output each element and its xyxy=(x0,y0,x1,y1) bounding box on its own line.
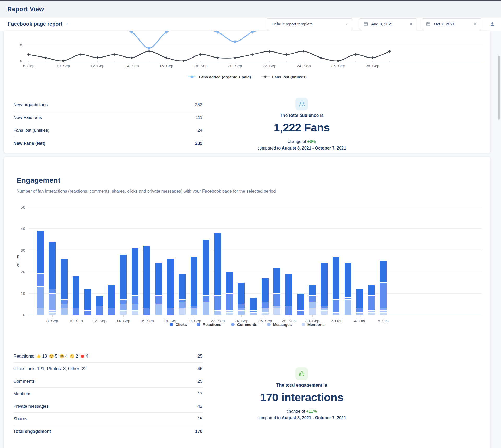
page-title: Report View xyxy=(7,5,44,13)
x-tick xyxy=(360,315,360,317)
section-title: Engagement xyxy=(16,176,490,185)
y-tick-label: 40 xyxy=(21,226,25,231)
segment-clicks xyxy=(273,268,280,294)
template-select[interactable]: Default report template xyxy=(267,18,353,30)
summary-value: 1,222 Fans xyxy=(274,121,330,134)
segment-clicks xyxy=(285,274,292,306)
segment-clicks xyxy=(84,289,91,311)
segment-messages xyxy=(203,302,209,315)
report-name-dropdown[interactable]: Facebook page report xyxy=(8,21,69,27)
table-row: Fans lost (unlikes)24 xyxy=(13,124,202,137)
segment-messages xyxy=(191,308,197,315)
summary-value: 170 interactions xyxy=(260,391,343,404)
bar-23-sep xyxy=(226,272,233,315)
segment-clicks xyxy=(214,233,221,296)
download-button[interactable] xyxy=(488,20,496,28)
x-tick-label: 18. Sep xyxy=(158,319,184,323)
segment-reactions xyxy=(321,306,328,308)
segment-messages xyxy=(250,313,257,315)
legend-item-fans-added-organic-paid[interactable]: Fans added (organic + paid) xyxy=(188,75,251,79)
svg-text:20. Sep: 20. Sep xyxy=(228,64,242,68)
x-tick xyxy=(76,315,76,317)
thumbs-up-emoji-icon xyxy=(36,354,41,359)
thumbs-up-icon xyxy=(295,367,308,380)
table-row: New organic fans252 xyxy=(13,99,202,111)
row-label: Fans lost (unlikes) xyxy=(13,128,49,133)
x-tick-label: 10. Sep xyxy=(63,319,89,323)
fans-table: New organic fans252New Paid fans111Fans … xyxy=(13,99,202,150)
segment-clicks xyxy=(49,242,56,289)
segment-clicks xyxy=(96,296,103,306)
row-value: 252 xyxy=(195,102,202,107)
segment-clicks xyxy=(345,263,351,298)
segment-reactions xyxy=(132,296,138,304)
date-to-input[interactable]: Oct 7, 2021 xyxy=(422,18,481,30)
segment-clicks xyxy=(250,298,257,311)
x-tick xyxy=(194,315,194,317)
segment-mentions xyxy=(309,308,316,315)
row-label: New Paid fans xyxy=(13,115,42,120)
segment-clicks xyxy=(155,263,162,296)
x-tick xyxy=(289,315,289,317)
summary-change: change of +3% xyxy=(288,139,316,144)
close-icon[interactable] xyxy=(409,22,413,26)
row-label: New Fans (Net) xyxy=(13,141,45,146)
legend-item-fans-lost-unlikes[interactable]: Fans lost (unlikes) xyxy=(261,75,307,79)
bar-24-sep xyxy=(238,283,245,315)
row-value: 15 xyxy=(197,416,202,422)
close-icon[interactable] xyxy=(473,22,477,26)
segment-reactions xyxy=(49,289,56,293)
x-tick-label: 28. Sep xyxy=(276,319,302,323)
bar-1-oct xyxy=(321,263,328,315)
segment-clicks xyxy=(73,276,79,309)
x-tick-label: 30. Sep xyxy=(299,319,325,323)
segment-messages xyxy=(345,300,351,315)
x-tick-label: 24. Sep xyxy=(228,319,254,323)
segment-messages xyxy=(380,311,387,313)
row-label: Private messages xyxy=(13,404,49,409)
row-value: 17 xyxy=(197,391,202,397)
gridline xyxy=(29,228,482,229)
segment-reactions xyxy=(345,298,351,300)
segment-comments xyxy=(238,308,245,311)
bar-22-sep xyxy=(214,233,221,315)
segment-clicks xyxy=(37,231,44,274)
segment-reactions xyxy=(356,308,363,313)
x-tick xyxy=(383,315,383,317)
segment-reactions xyxy=(214,296,221,311)
segment-messages xyxy=(214,311,221,315)
bar-17-sep xyxy=(155,263,162,315)
row-label: Mentions xyxy=(13,391,31,397)
red-heart-emoji-icon xyxy=(80,354,85,359)
svg-text:12. Sep: 12. Sep xyxy=(90,64,104,68)
scrollbar-thumb[interactable] xyxy=(498,56,500,120)
segment-mentions xyxy=(179,308,186,315)
segment-reactions xyxy=(61,300,68,304)
segment-clicks xyxy=(297,294,304,311)
x-tick xyxy=(241,315,242,317)
bar-19-sep xyxy=(179,274,186,315)
x-tick-label: 14. Sep xyxy=(110,319,136,323)
calendar-icon xyxy=(426,21,431,26)
gridline xyxy=(29,272,482,272)
x-tick xyxy=(265,315,265,317)
svg-text:22. Sep: 22. Sep xyxy=(262,64,276,68)
row-label: Shares xyxy=(13,416,27,422)
segment-reactions xyxy=(309,296,316,302)
segment-mentions xyxy=(368,313,375,315)
segment-reactions xyxy=(262,302,269,309)
x-tick xyxy=(147,315,147,317)
segment-clicks xyxy=(191,257,197,307)
bar-29-sep xyxy=(297,294,304,315)
template-select-value: Default report template xyxy=(272,22,313,26)
date-from-input[interactable]: Aug 8, 2021 xyxy=(359,18,417,30)
segment-reactions xyxy=(120,300,127,304)
bar-25-sep xyxy=(250,298,257,315)
x-tick-label: 12. Sep xyxy=(86,319,113,323)
bar-14-sep xyxy=(120,255,127,315)
segment-messages xyxy=(262,308,269,313)
row-label: Comments xyxy=(13,379,35,384)
y-tick-label: 30 xyxy=(21,248,25,252)
engagement-card: Engagement Number of fan interactions (r… xyxy=(4,157,490,448)
change-percent: +11% xyxy=(306,409,317,413)
